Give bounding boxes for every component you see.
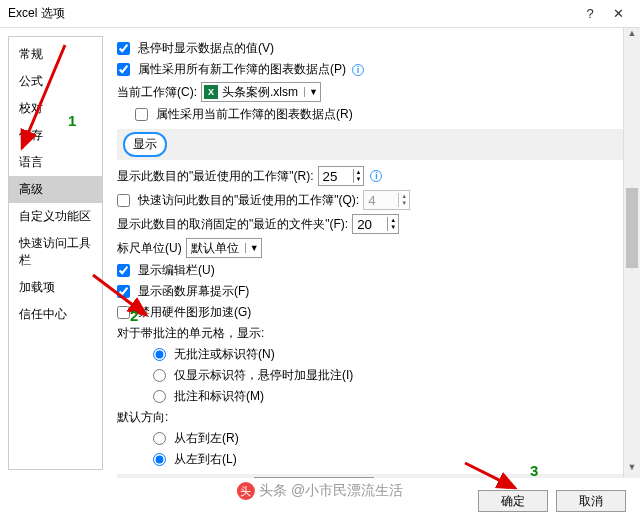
section-display-label: 显示 [123,132,167,157]
all-new-wb-label: 属性采用所有新工作簿的图表数据点(P) [138,61,346,78]
recent-wb-spinner[interactable]: ▲▼ [318,166,365,186]
curr-wb-prop-checkbox[interactable] [135,108,148,121]
window-title: Excel 选项 [8,5,576,22]
dialog-footer: 确定 取消 [478,490,626,512]
sidebar-item-addins[interactable]: 加载项 [9,274,102,301]
func-tips-checkbox[interactable] [117,285,130,298]
sidebar-item-formulas[interactable]: 公式 [9,68,102,95]
quick-access-value [364,191,398,209]
comment-header: 对于带批注的单元格，显示: [117,325,264,342]
quick-access-checkbox[interactable] [117,194,130,207]
info-icon[interactable]: i [370,170,382,182]
sidebar: 常规 公式 校对 保存 语言 高级 自定义功能区 快速访问工具栏 加载项 信任中… [8,36,103,470]
close-button[interactable]: ✕ [604,6,632,21]
watermark-user: @小市民漂流生活 [291,482,403,500]
marker-comment-label: 批注和标识符(M) [174,388,264,405]
ruler-unit-value: 默认单位 [189,240,243,257]
marker-only-radio[interactable] [153,369,166,382]
sidebar-item-qat[interactable]: 快速访问工具栏 [9,230,102,274]
quick-access-spinner: ▲▼ [363,190,410,210]
sidebar-item-customize-ribbon[interactable]: 自定义功能区 [9,203,102,230]
current-wb-value: 头条案例.xlsm [220,84,302,101]
info-icon[interactable]: i [352,64,364,76]
no-marker-radio[interactable] [153,348,166,361]
scroll-thumb[interactable] [626,188,638,268]
watermark-prefix: 头条 [259,482,287,500]
section-wb-display: 此工作簿的显示选项(B): X 头条案例.xlsm ▼ [117,474,624,478]
sidebar-item-language[interactable]: 语言 [9,149,102,176]
hover-value-label: 悬停时显示数据点的值(V) [138,40,274,57]
rtl-radio[interactable] [153,432,166,445]
ok-button[interactable]: 确定 [478,490,548,512]
watermark-icon: 头 [237,482,255,500]
hover-value-checkbox[interactable] [117,42,130,55]
disable-hw-checkbox[interactable] [117,306,130,319]
recent-wb-value[interactable] [319,167,353,185]
no-marker-label: 无批注或标识符(N) [174,346,275,363]
section-display: 显示 [117,129,624,160]
titlebar: Excel 选项 ? ✕ [0,0,640,28]
cancel-button[interactable]: 取消 [556,490,626,512]
chevron-down-icon: ▼ [304,87,318,97]
marker-only-label: 仅显示标识符，悬停时加显批注(I) [174,367,353,384]
sidebar-item-general[interactable]: 常规 [9,41,102,68]
excel-file-icon: X [204,85,218,99]
scroll-down-icon[interactable]: ▼ [624,462,640,478]
ltr-radio[interactable] [153,453,166,466]
main: 常规 公式 校对 保存 语言 高级 自定义功能区 快速访问工具栏 加载项 信任中… [0,28,640,478]
marker-comment-radio[interactable] [153,390,166,403]
ruler-unit-dropdown[interactable]: 默认单位▼ [186,238,262,258]
watermark: 头 头条 @小市民漂流生活 [237,482,403,500]
all-new-wb-checkbox[interactable] [117,63,130,76]
help-button[interactable]: ? [576,6,604,21]
scroll-up-icon[interactable]: ▲ [624,28,640,44]
curr-wb-prop-label: 属性采用当前工作簿的图表数据点(R) [156,106,353,123]
content-pane: 悬停时显示数据点的值(V) 属性采用所有新工作簿的图表数据点(P)i 当前工作簿… [103,28,640,478]
sidebar-item-save[interactable]: 保存 [9,122,102,149]
recent-wb-label: 显示此数目的"最近使用的工作簿"(R): [117,168,314,185]
ruler-unit-label: 标尺单位(U) [117,240,182,257]
current-wb-dropdown[interactable]: X 头条案例.xlsm ▼ [201,82,321,102]
formula-bar-label: 显示编辑栏(U) [138,262,215,279]
chevron-down-icon: ▼ [245,243,259,253]
default-dir-label: 默认方向: [117,409,168,426]
sidebar-item-advanced[interactable]: 高级 [9,176,102,203]
wb-display-dropdown[interactable]: X 头条案例.xlsm ▼ [254,477,374,478]
sidebar-item-trust[interactable]: 信任中心 [9,301,102,328]
quick-access-label: 快速访问此数目的"最近使用的工作簿"(Q): [138,192,359,209]
unpinned-value[interactable] [353,215,387,233]
current-wb-label: 当前工作簿(C): [117,84,197,101]
rtl-label: 从右到左(R) [174,430,239,447]
sidebar-item-proofing[interactable]: 校对 [9,95,102,122]
unpinned-spinner[interactable]: ▲▼ [352,214,399,234]
unpinned-label: 显示此数目的取消固定的"最近的文件夹"(F): [117,216,348,233]
func-tips-label: 显示函数屏幕提示(F) [138,283,249,300]
disable-hw-label: 禁用硬件图形加速(G) [138,304,251,321]
ltr-label: 从左到右(L) [174,451,237,468]
formula-bar-checkbox[interactable] [117,264,130,277]
vertical-scrollbar[interactable]: ▲ ▼ [623,28,640,478]
